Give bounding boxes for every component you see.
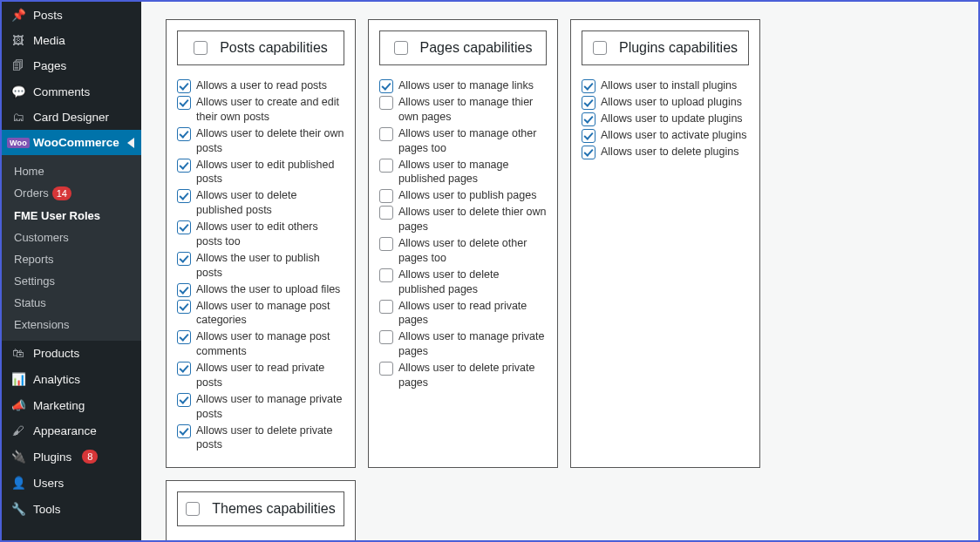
menu-plugins[interactable]: 🔌Plugins8 — [2, 444, 141, 470]
capability-checkbox[interactable] — [582, 146, 595, 159]
capability-label: Allows user to install plugins — [601, 78, 737, 93]
capability-checkbox[interactable] — [379, 362, 393, 376]
menu-products[interactable]: 🛍Products — [2, 341, 141, 366]
capability-row: Allows user to read private pages — [376, 298, 550, 329]
capability-label: Allows user to read private posts — [196, 361, 344, 390]
capability-label: Allows user to delete other pages too — [398, 236, 547, 266]
marketing-icon: 📣 — [10, 398, 26, 412]
capability-checkbox[interactable] — [379, 127, 393, 141]
capability-checkbox[interactable] — [379, 268, 393, 282]
card-title-plugins: Plugins capabilities — [619, 40, 738, 56]
capability-checkbox[interactable] — [379, 237, 393, 251]
page-icon: 🗐 — [10, 59, 26, 72]
card-icon: 🗂 — [10, 111, 26, 124]
capability-checkbox[interactable] — [379, 96, 393, 110]
submenu-customers[interactable]: Customers — [2, 227, 141, 248]
woocommerce-submenu: Home Orders14 FME User Roles Customers R… — [2, 155, 141, 341]
capability-label: Allows the user to upload files — [196, 282, 340, 297]
media-icon: 🖼 — [10, 34, 26, 47]
capability-row: Allows user to delete private pages — [376, 360, 550, 391]
capability-row: Allows user to upload plugins — [578, 94, 752, 111]
capability-label: Allows user to manage post categories — [196, 299, 344, 329]
menu-marketing[interactable]: 📣Marketing — [2, 392, 141, 418]
capability-label: Allows user to activate plugins — [601, 128, 746, 143]
capability-checkbox[interactable] — [177, 362, 191, 376]
capability-checkbox[interactable] — [582, 129, 595, 143]
menu-appearance[interactable]: 🖌Appearance — [2, 418, 141, 444]
capability-row: Allows user to read private posts — [174, 360, 348, 391]
main-content: Posts capabilitiesAllows a user to read … — [141, 2, 978, 540]
submenu-reports[interactable]: Reports — [2, 248, 141, 270]
capability-checkbox[interactable] — [582, 112, 595, 126]
capability-checkbox[interactable] — [177, 252, 191, 266]
menu-pages[interactable]: 🗐Pages — [2, 53, 141, 78]
capability-checkbox[interactable] — [379, 159, 393, 173]
capability-checkbox[interactable] — [379, 300, 393, 314]
capability-checkbox[interactable] — [379, 79, 393, 93]
submenu-extensions[interactable]: Extensions — [2, 314, 141, 335]
menu-media[interactable]: 🖼Media — [2, 28, 141, 53]
capability-checkbox[interactable] — [177, 393, 191, 407]
capability-label: Allows user to create and edit their own… — [196, 95, 344, 125]
card-themes: Themes capabilitiesAllows user to upload… — [166, 480, 356, 540]
capability-checkbox[interactable] — [177, 79, 191, 93]
capability-label: Allows user to manage links — [398, 78, 534, 93]
capability-checkbox[interactable] — [177, 159, 191, 173]
capability-checkbox[interactable] — [379, 189, 393, 203]
capability-row: Allows user to manage private posts — [174, 391, 348, 423]
capability-label: Allows user to manage private posts — [196, 392, 344, 422]
capability-row: Allows user to create and edit their own… — [174, 94, 348, 125]
capability-label: Allows user to delete thier own pages — [398, 205, 547, 234]
menu-tools[interactable]: 🔧Tools — [2, 496, 141, 522]
capability-row: Allows the user to upload files — [174, 281, 348, 298]
submenu-home[interactable]: Home — [2, 160, 141, 182]
capability-row: Allows user to manage private pages — [376, 329, 550, 360]
select-all-themes-checkbox[interactable] — [186, 502, 200, 516]
submenu-status[interactable]: Status — [2, 292, 141, 314]
capability-checkbox[interactable] — [177, 189, 191, 203]
menu-posts[interactable]: 📌Posts — [2, 2, 141, 28]
capability-label: Allows user to manage private pages — [398, 329, 547, 359]
capability-row: Allows user to manage thier own pages — [376, 94, 550, 125]
capability-label: Allows user to read private pages — [398, 299, 547, 329]
capability-row: Allows user to delete thier own pages — [376, 204, 550, 235]
capability-label: Allows user to upload themes — [196, 539, 338, 540]
analytics-icon: 📊 — [10, 372, 26, 386]
capability-checkbox[interactable] — [177, 127, 191, 141]
card-title-themes: Themes capabilities — [212, 501, 335, 517]
capability-row: Allows user to manage links — [376, 78, 550, 94]
capability-row: Allows user to delete published posts — [174, 187, 348, 219]
capability-row: Allows user to edit published posts — [174, 157, 348, 188]
submenu-settings[interactable]: Settings — [2, 270, 141, 292]
capability-row: Allows user to upload themes — [174, 539, 348, 540]
menu-woocommerce[interactable]: WooWooCommerce — [2, 130, 141, 155]
capability-checkbox[interactable] — [582, 79, 595, 93]
submenu-orders[interactable]: Orders14 — [2, 182, 141, 205]
orders-badge: 14 — [52, 186, 71, 200]
capability-row: Allows user to delete other pages too — [376, 235, 550, 267]
capability-checkbox[interactable] — [177, 330, 191, 344]
menu-users[interactable]: 👤Users — [2, 470, 141, 496]
capability-checkbox[interactable] — [177, 283, 191, 297]
capability-row: Allows user to manage other pages too — [376, 125, 550, 157]
select-all-pages-checkbox[interactable] — [394, 41, 408, 55]
select-all-posts-checkbox[interactable] — [194, 41, 208, 55]
comment-icon: 💬 — [10, 85, 26, 98]
capability-row: Allows user to manage published pages — [376, 157, 550, 188]
capability-checkbox[interactable] — [177, 96, 191, 110]
capability-checkbox[interactable] — [379, 330, 393, 344]
menu-comments[interactable]: 💬Comments — [2, 78, 141, 105]
submenu-fme-user-roles[interactable]: FME User Roles — [2, 205, 141, 227]
capability-checkbox[interactable] — [177, 220, 191, 234]
menu-card-designer[interactable]: 🗂Card Designer — [2, 105, 141, 130]
capability-label: Allows user to delete published posts — [196, 188, 344, 218]
capability-label: Allows user to manage published pages — [398, 158, 547, 187]
capability-checkbox[interactable] — [177, 300, 191, 314]
capability-checkbox[interactable] — [177, 424, 191, 438]
card-pages: Pages capabilitiesAllows user to manage … — [368, 19, 558, 468]
select-all-plugins-checkbox[interactable] — [593, 41, 607, 55]
capability-checkbox[interactable] — [582, 96, 595, 110]
capability-label: Allows user to update plugins — [601, 112, 743, 126]
capability-checkbox[interactable] — [379, 206, 393, 220]
menu-analytics[interactable]: 📊Analytics — [2, 366, 141, 392]
